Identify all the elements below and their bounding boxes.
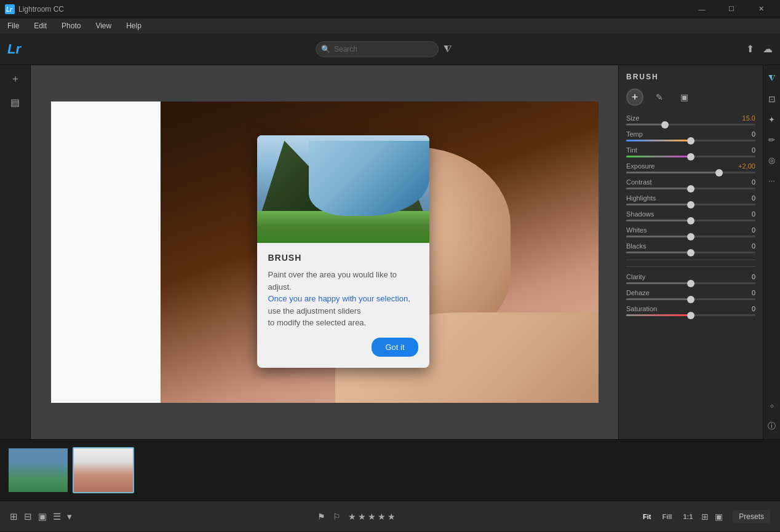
slider-name-tint: Tint: [626, 146, 637, 154]
slider-name-temp: Temp: [626, 130, 643, 138]
star-2[interactable]: ★: [358, 512, 366, 522]
view-1-1-button[interactable]: 1:1: [680, 512, 695, 522]
slider-fill-highlights: [626, 204, 691, 205]
brush-icon[interactable]: ✏: [768, 135, 775, 145]
overlay-brush-tool[interactable]: ▣: [675, 89, 693, 106]
got-it-button[interactable]: Got it: [372, 338, 418, 357]
search-bar[interactable]: 🔍 Search: [316, 41, 439, 57]
thumb-portrait-bg: [74, 448, 133, 492]
slider-track-whites[interactable]: [626, 236, 755, 237]
flag-flagged-icon[interactable]: ⚐: [333, 512, 341, 522]
slider-thumb-whites[interactable]: [687, 233, 694, 240]
radial-icon[interactable]: ◎: [768, 156, 775, 165]
slider-track-shadows[interactable]: [626, 220, 755, 221]
filter-icon: ⧨: [444, 44, 452, 55]
tooltip-ground: [257, 211, 429, 244]
adjust-icon[interactable]: ⧨: [768, 73, 776, 83]
more-icon[interactable]: ···: [768, 176, 775, 185]
slider-row-blacks: Blacks0: [626, 242, 755, 253]
menu-bar: File Edit Photo View Help: [0, 18, 780, 33]
slider-thumb-clarity[interactable]: [687, 280, 694, 287]
library-icon[interactable]: ▤: [10, 97, 20, 108]
bottom-info: Fit Fill 1:1 ⊞ ▣ Presets: [640, 510, 770, 523]
star-1[interactable]: ★: [348, 512, 356, 522]
info-icon[interactable]: ⓘ: [768, 421, 776, 432]
slider-name-blacks: Blacks: [626, 242, 646, 250]
menu-file[interactable]: File: [5, 20, 22, 31]
sort-icon[interactable]: ☰: [53, 511, 61, 522]
slider-track-clarity[interactable]: [626, 282, 755, 284]
slider-track-temp[interactable]: [626, 140, 755, 141]
slider-track-size[interactable]: [626, 124, 755, 125]
sort-down-icon[interactable]: ▾: [67, 511, 72, 522]
minimize-button[interactable]: —: [688, 0, 716, 18]
slider-track-exposure[interactable]: [626, 172, 755, 173]
svg-text:Lr: Lr: [6, 6, 13, 13]
slider-thumb-contrast[interactable]: [687, 185, 694, 193]
slider-row-dehaze: Dehaze0: [626, 289, 755, 300]
slider-row-saturation: Saturation0: [626, 305, 755, 316]
compare-view-icon[interactable]: ⊞: [701, 512, 709, 522]
menu-view[interactable]: View: [93, 20, 114, 31]
slider-thumb-temp[interactable]: [687, 137, 694, 145]
view-fit-button[interactable]: Fit: [640, 512, 653, 522]
filmstrip-thumb-landscape[interactable]: [7, 447, 69, 493]
tooltip-house: [351, 202, 369, 214]
slider-thumb-blacks[interactable]: [687, 249, 694, 256]
maximize-button[interactable]: ☐: [717, 0, 746, 18]
tag-icon[interactable]: ⬦: [770, 400, 774, 410]
slider-track-tint[interactable]: [626, 156, 755, 157]
tooltip-line5: use the adjustment sliders: [268, 306, 361, 316]
add-brush-tool[interactable]: +: [626, 89, 643, 106]
slider-row-shadows: Shadows0: [626, 210, 755, 221]
view-fill-button[interactable]: Fill: [660, 512, 675, 522]
flag-unflagged-icon[interactable]: ⚑: [317, 512, 325, 522]
slider-row-size: Size15.0: [626, 114, 755, 125]
slider-thumb-saturation[interactable]: [687, 312, 694, 319]
slider-thumb-dehaze[interactable]: [687, 296, 694, 303]
grid-view-icon[interactable]: ⊞: [10, 511, 18, 522]
cloud-icon[interactable]: ☁: [763, 43, 773, 55]
menu-help[interactable]: Help: [124, 20, 144, 31]
title-bar-controls: — ☐ ✕: [688, 0, 775, 18]
menu-photo[interactable]: Photo: [59, 20, 83, 31]
close-button[interactable]: ✕: [747, 0, 775, 18]
slider-track-saturation[interactable]: [626, 314, 755, 316]
star-4[interactable]: ★: [378, 512, 386, 522]
filmstrip-thumb-portrait[interactable]: [73, 447, 134, 493]
star-3[interactable]: ★: [368, 512, 376, 522]
slider-thumb-highlights[interactable]: [687, 201, 694, 208]
slider-thumb-shadows[interactable]: [687, 217, 694, 224]
panel-content: BRUSH + ✎ ▣ Size15.0Temp0Tint0Exposure+2…: [619, 65, 763, 439]
slider-name-clarity: Clarity: [626, 273, 645, 280]
add-icon[interactable]: ＋: [10, 73, 20, 85]
slider-value-blacks: 0: [752, 242, 755, 250]
slider-track-contrast[interactable]: [626, 188, 755, 189]
slider-track-dehaze[interactable]: [626, 298, 755, 300]
tooltip-line4: selection,: [376, 294, 410, 303]
star-rating[interactable]: ★ ★ ★ ★ ★: [348, 512, 396, 522]
single-view-icon[interactable]: ▣: [38, 511, 47, 522]
brush-tools: + ✎ ▣: [626, 89, 755, 106]
slider-value-whites: 0: [752, 226, 755, 234]
slider-track-highlights[interactable]: [626, 204, 755, 205]
menu-edit[interactable]: Edit: [31, 20, 49, 31]
split-view-icon[interactable]: ▣: [715, 512, 723, 522]
slider-thumb-size[interactable]: [661, 121, 669, 129]
erase-brush-tool[interactable]: ✎: [651, 89, 668, 106]
crop-icon[interactable]: ⊡: [768, 94, 776, 104]
share-icon[interactable]: ⬆: [746, 43, 754, 55]
slider-value-temp: 0: [752, 130, 755, 138]
bottom-toolbar: ⊞ ⊟ ▣ ☰ ▾ ⚑ ⚐ ★ ★ ★ ★ ★ Fit Fill 1:1 ⊞ ▣…: [0, 501, 780, 531]
top-right: ⬆ ☁: [746, 43, 773, 55]
slider-thumb-exposure[interactable]: [715, 169, 723, 177]
app-icon: Lr: [5, 4, 15, 14]
slider-thumb-tint[interactable]: [687, 153, 694, 161]
bottom-filmstrip: [0, 439, 780, 501]
presets-button[interactable]: Presets: [733, 510, 770, 523]
title-bar: Lr Lightroom CC — ☐ ✕: [0, 0, 780, 18]
slider-track-blacks[interactable]: [626, 252, 755, 253]
star-5[interactable]: ★: [388, 512, 396, 522]
heal-icon[interactable]: ✦: [768, 115, 775, 124]
detail-view-icon[interactable]: ⊟: [24, 511, 32, 522]
